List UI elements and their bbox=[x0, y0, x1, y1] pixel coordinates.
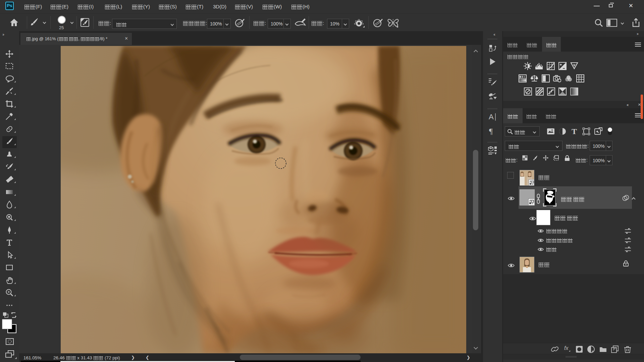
svg-text:T: T bbox=[572, 127, 577, 135]
svg-text:¶: ¶ bbox=[489, 127, 493, 135]
svg-text:A: A bbox=[489, 113, 494, 121]
